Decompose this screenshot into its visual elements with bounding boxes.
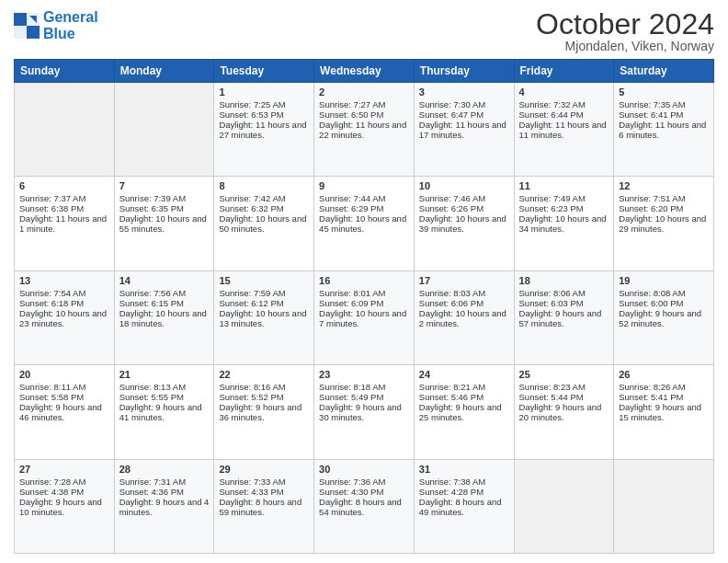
calendar-cell: 12Sunrise: 7:51 AMSunset: 6:20 PMDayligh… xyxy=(614,177,714,270)
cell-info: Sunset: 6:47 PM xyxy=(419,109,509,120)
cell-info: Daylight: 11 hours and 6 minutes. xyxy=(619,120,709,140)
cell-info: Daylight: 10 hours and 23 minutes. xyxy=(19,308,109,328)
day-number: 18 xyxy=(519,275,609,286)
calendar-cell xyxy=(15,83,115,177)
cell-info: Sunset: 4:36 PM xyxy=(119,487,210,497)
cell-info: Daylight: 10 hours and 2 minutes. xyxy=(419,308,509,328)
cell-info: Sunrise: 8:06 AM xyxy=(519,288,609,298)
svg-rect-0 xyxy=(14,13,27,26)
cell-info: Daylight: 9 hours and 30 minutes. xyxy=(319,402,409,422)
cell-info: Sunrise: 7:59 AM xyxy=(219,288,309,298)
calendar-cell: 25Sunrise: 8:23 AMSunset: 5:44 PMDayligh… xyxy=(514,365,614,459)
calendar-cell: 4Sunrise: 7:32 AMSunset: 6:44 PMDaylight… xyxy=(514,83,614,177)
cell-info: Sunrise: 8:21 AM xyxy=(419,382,509,392)
cell-info: Daylight: 11 hours and 22 minutes. xyxy=(319,120,409,140)
cell-info: Sunrise: 8:23 AM xyxy=(519,382,609,392)
cell-info: Daylight: 10 hours and 18 minutes. xyxy=(119,308,210,328)
cell-info: Daylight: 10 hours and 13 minutes. xyxy=(219,308,309,328)
cell-info: Daylight: 9 hours and 46 minutes. xyxy=(19,402,109,422)
cell-info: Sunset: 5:55 PM xyxy=(119,392,210,402)
svg-rect-3 xyxy=(27,26,40,39)
cell-info: Sunset: 6:12 PM xyxy=(219,298,309,308)
calendar-cell xyxy=(514,459,614,553)
cell-info: Sunset: 6:03 PM xyxy=(519,298,609,308)
cell-info: Sunrise: 7:49 AM xyxy=(519,193,609,203)
day-header-monday: Monday xyxy=(114,60,214,83)
cell-info: Sunrise: 7:39 AM xyxy=(119,193,210,203)
header: General Blue October 2024 Mjondalen, Vik… xyxy=(14,9,714,53)
title-block: October 2024 Mjondalen, Viken, Norway xyxy=(536,9,714,53)
cell-info: Sunset: 6:18 PM xyxy=(19,298,109,308)
cell-info: Sunset: 5:41 PM xyxy=(619,392,709,402)
cell-info: Sunset: 6:23 PM xyxy=(519,203,609,213)
calendar-week-row: 20Sunrise: 8:11 AMSunset: 5:58 PMDayligh… xyxy=(15,365,714,459)
cell-info: Daylight: 8 hours and 49 minutes. xyxy=(419,497,509,517)
cell-info: Daylight: 9 hours and 20 minutes. xyxy=(519,402,609,422)
calendar-header-row: SundayMondayTuesdayWednesdayThursdayFrid… xyxy=(15,60,714,83)
day-number: 6 xyxy=(19,180,109,191)
cell-info: Sunrise: 7:28 AM xyxy=(19,477,109,487)
cell-info: Sunset: 4:38 PM xyxy=(19,487,109,497)
cell-info: Sunset: 6:53 PM xyxy=(219,109,309,120)
cell-info: Sunrise: 7:25 AM xyxy=(219,99,309,109)
cell-info: Sunrise: 8:03 AM xyxy=(419,288,509,298)
calendar-cell: 7Sunrise: 7:39 AMSunset: 6:35 PMDaylight… xyxy=(114,177,214,270)
cell-info: Sunset: 6:00 PM xyxy=(619,298,709,308)
cell-info: Sunrise: 7:33 AM xyxy=(219,477,309,487)
cell-info: Sunrise: 7:30 AM xyxy=(419,99,509,109)
cell-info: Sunset: 6:06 PM xyxy=(419,298,509,308)
cell-info: Daylight: 10 hours and 45 minutes. xyxy=(319,213,409,234)
calendar-cell xyxy=(114,83,214,177)
day-number: 8 xyxy=(219,180,309,191)
cell-info: Daylight: 10 hours and 34 minutes. xyxy=(519,213,609,234)
calendar-cell: 29Sunrise: 7:33 AMSunset: 4:33 PMDayligh… xyxy=(214,459,314,553)
cell-info: Sunrise: 7:44 AM xyxy=(319,193,409,203)
calendar-cell: 20Sunrise: 8:11 AMSunset: 5:58 PMDayligh… xyxy=(15,365,115,459)
calendar-cell: 21Sunrise: 8:13 AMSunset: 5:55 PMDayligh… xyxy=(114,365,214,459)
cell-info: Daylight: 10 hours and 29 minutes. xyxy=(619,213,709,234)
page: General Blue October 2024 Mjondalen, Vik… xyxy=(0,0,728,563)
calendar-cell: 19Sunrise: 8:08 AMSunset: 6:00 PMDayligh… xyxy=(614,270,714,364)
cell-info: Daylight: 9 hours and 10 minutes. xyxy=(19,497,109,517)
day-number: 3 xyxy=(419,86,509,98)
day-number: 24 xyxy=(419,369,509,380)
cell-info: Sunrise: 7:54 AM xyxy=(19,288,109,298)
cell-info: Daylight: 10 hours and 55 minutes. xyxy=(119,213,210,234)
day-number: 4 xyxy=(519,86,609,98)
calendar-cell: 11Sunrise: 7:49 AMSunset: 6:23 PMDayligh… xyxy=(514,177,614,270)
day-number: 2 xyxy=(319,86,409,98)
cell-info: Daylight: 8 hours and 59 minutes. xyxy=(219,497,309,517)
cell-info: Sunrise: 7:56 AM xyxy=(119,288,210,298)
cell-info: Sunrise: 8:16 AM xyxy=(219,382,309,392)
cell-info: Sunset: 5:44 PM xyxy=(519,392,609,402)
calendar-cell: 30Sunrise: 7:36 AMSunset: 4:30 PMDayligh… xyxy=(314,459,415,553)
day-number: 30 xyxy=(319,464,409,475)
cell-info: Sunset: 6:26 PM xyxy=(419,203,509,213)
cell-info: Sunrise: 8:13 AM xyxy=(119,382,210,392)
cell-info: Daylight: 11 hours and 27 minutes. xyxy=(219,120,309,140)
cell-info: Sunrise: 7:46 AM xyxy=(419,193,509,203)
day-number: 11 xyxy=(519,180,609,191)
day-number: 12 xyxy=(619,180,709,191)
cell-info: Daylight: 10 hours and 7 minutes. xyxy=(319,308,409,328)
cell-info: Daylight: 11 hours and 1 minute. xyxy=(19,213,109,234)
cell-info: Sunrise: 7:36 AM xyxy=(319,477,409,487)
day-number: 7 xyxy=(119,180,210,191)
day-number: 10 xyxy=(419,180,509,191)
day-number: 27 xyxy=(19,464,109,475)
calendar-week-row: 6Sunrise: 7:37 AMSunset: 6:38 PMDaylight… xyxy=(15,177,714,270)
cell-info: Daylight: 8 hours and 54 minutes. xyxy=(319,497,409,517)
calendar-cell: 23Sunrise: 8:18 AMSunset: 5:49 PMDayligh… xyxy=(314,365,415,459)
cell-info: Daylight: 9 hours and 57 minutes. xyxy=(519,308,609,328)
day-number: 28 xyxy=(119,464,210,475)
calendar-cell: 27Sunrise: 7:28 AMSunset: 4:38 PMDayligh… xyxy=(15,459,115,553)
calendar-cell: 18Sunrise: 8:06 AMSunset: 6:03 PMDayligh… xyxy=(514,270,614,364)
cell-info: Sunrise: 7:31 AM xyxy=(119,477,210,487)
cell-info: Sunrise: 7:35 AM xyxy=(619,99,709,109)
cell-info: Daylight: 9 hours and 4 minutes. xyxy=(119,497,210,517)
day-number: 9 xyxy=(319,180,409,191)
cell-info: Sunset: 6:20 PM xyxy=(619,203,709,213)
cell-info: Daylight: 9 hours and 15 minutes. xyxy=(619,402,709,422)
cell-info: Daylight: 9 hours and 41 minutes. xyxy=(119,402,210,422)
cell-info: Sunset: 5:52 PM xyxy=(219,392,309,402)
